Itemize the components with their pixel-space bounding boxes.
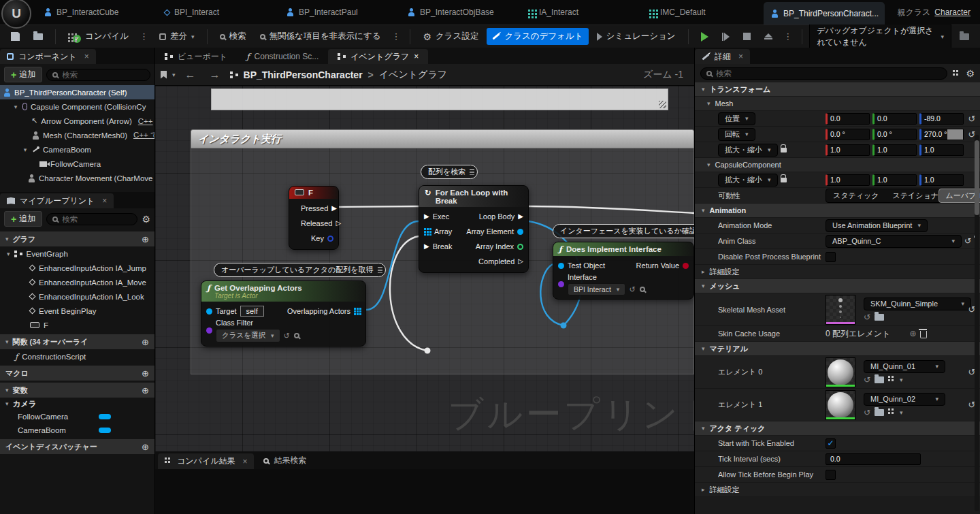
expander-icon[interactable]: ▾ — [702, 86, 705, 93]
output-pin[interactable]: Released▷ — [301, 219, 333, 227]
details-section-header[interactable]: ▾トランスフォーム — [695, 82, 980, 97]
expander-icon[interactable]: ▾ — [12, 103, 19, 110]
z-value-input[interactable]: -89.0 — [919, 113, 964, 125]
material-options-icon[interactable] — [888, 376, 890, 378]
asset-tab-bp-interactcube[interactable]: BP_InteractCube — [37, 0, 158, 25]
graph-tab--[interactable]: ビューポート — [155, 49, 237, 64]
unreal-engine-logo-icon[interactable]: U — [1, 0, 31, 29]
my-blueprint-section[interactable]: ▾関数 (34 オーバーライ⊕ — [0, 334, 154, 349]
details-section-subheader[interactable]: ▾CapsuleComponent — [695, 158, 980, 172]
my-blueprint-section[interactable]: ▾変数⊕ — [0, 383, 154, 398]
play-options-kebab[interactable]: ⋮ — [781, 31, 795, 42]
my-blueprint-item[interactable]: EnhancedInputAction IA_Move — [0, 275, 154, 289]
class-defaults-button[interactable]: クラスのデフォルト — [487, 28, 588, 45]
x-value-input[interactable]: 0.0 — [826, 113, 870, 125]
tab-components[interactable]: コンポーネント × — [0, 49, 96, 64]
cpp-link[interactable]: C++ — [138, 117, 153, 125]
output-pin[interactable]: Pressed▶ — [301, 204, 333, 212]
y-value-input[interactable]: 1.0 — [872, 144, 917, 156]
breadcrumb-root[interactable]: BP_ThirdPersonCharacter — [244, 69, 363, 80]
breadcrumb-leaf[interactable]: イベントグラフ — [379, 69, 447, 81]
expander-icon[interactable]: ▾ — [7, 251, 10, 257]
component-tree-item[interactable]: Character Movement (CharMove — [0, 171, 154, 185]
output-pin[interactable]: Loop Body▶ — [479, 212, 523, 221]
my-blueprint-group[interactable]: ▾カメラ — [0, 398, 154, 410]
axis-dropdown[interactable]: 拡大・縮小▾ — [718, 144, 778, 157]
checkbox[interactable] — [826, 470, 836, 480]
tab-my-blueprint[interactable]: マイブループリント × — [0, 193, 114, 208]
y-value-input[interactable]: 0.0 ° — [872, 129, 917, 140]
y-value-input[interactable]: 1.0 — [872, 174, 917, 186]
my-blueprint-var[interactable]: FollowCamera — [0, 410, 154, 423]
component-tree-item[interactable]: ↖Arrow Component (Arrow)C++ — [0, 114, 154, 128]
x-value-input[interactable]: 0.0 ° — [826, 129, 870, 140]
class-select-dropdown[interactable]: クラスを選択▾ — [216, 329, 280, 342]
expander-icon[interactable]: ▾ — [5, 400, 9, 407]
save-button[interactable] — [5, 29, 25, 44]
tab-compile-results[interactable]: コンパイル結果 × — [158, 453, 254, 469]
node-comment-bubble[interactable]: 配列を検索 — [421, 165, 478, 179]
expander-icon[interactable]: ▾ — [702, 345, 705, 352]
data-pin-icon[interactable] — [206, 308, 212, 315]
expander-icon[interactable]: ▸ — [702, 268, 705, 275]
node-header[interactable]: ƒDoes Implement Interface — [553, 242, 693, 256]
add-icon[interactable]: ⊕ — [142, 385, 149, 396]
use-selected-icon[interactable]: ↺ — [864, 312, 870, 322]
checkbox[interactable] — [826, 252, 836, 262]
component-tree-item[interactable]: Mesh (CharacterMesh0)C++ で — [0, 128, 154, 142]
add-icon[interactable]: ⊕ — [142, 337, 149, 347]
search-icon[interactable] — [640, 287, 645, 292]
comment-node-partial[interactable] — [211, 89, 668, 110]
output-pin[interactable]: Completed▷ — [478, 257, 523, 266]
output-pin[interactable]: Overlapping Actors — [287, 307, 361, 315]
variable-type-pill[interactable] — [99, 428, 111, 433]
expander-icon[interactable]: ▾ — [702, 425, 705, 432]
add-element-icon[interactable]: ⊕ — [909, 329, 916, 338]
node-header[interactable]: ƒGet Overlapping ActorsTarget is Actor — [201, 281, 365, 302]
stop-button[interactable] — [738, 30, 756, 43]
chevron-down-icon[interactable]: ▾ — [900, 376, 903, 383]
graph-tab-event-graph[interactable]: イベントグラフ× — [328, 49, 428, 64]
array-pin-icon[interactable] — [424, 228, 426, 230]
delete-icon[interactable] — [920, 331, 927, 338]
my-blueprint-settings-icon[interactable]: ⚙ — [142, 214, 150, 225]
my-blueprint-item[interactable]: EnhancedInputAction IA_Look — [0, 289, 154, 304]
reset-to-default-icon[interactable]: ↺ — [964, 114, 980, 124]
node-for-each-loop-with-break[interactable]: ↻For Each Loop with Break▶ExecLoop Body▶… — [419, 185, 529, 273]
input-pin[interactable]: InterfaceBPI Interact▾↺ — [558, 273, 645, 295]
details-search[interactable] — [700, 67, 947, 80]
mobility-option[interactable]: ムーバブル — [938, 189, 980, 203]
data-pin-icon[interactable] — [206, 327, 212, 334]
expander-icon[interactable]: ▸ — [702, 486, 705, 493]
expander-icon[interactable]: ▾ — [707, 100, 710, 107]
scrollbar-thumb[interactable] — [975, 140, 979, 215]
my-blueprint-search[interactable] — [46, 213, 137, 225]
node-input-key-f[interactable]: FPressed▶Released▷Key — [289, 186, 339, 250]
my-blueprint-var[interactable]: CameraBoom — [0, 423, 154, 437]
value-dropdown[interactable]: Use Animation Blueprint▾ — [826, 219, 928, 232]
use-selected-icon[interactable]: ↺ — [629, 285, 635, 294]
output-pin[interactable]: Key — [311, 234, 333, 242]
details-section-header[interactable]: ▾メッシュ — [695, 279, 980, 293]
simulation-button[interactable]: シミュレーション — [591, 28, 681, 45]
data-pin-icon[interactable] — [558, 281, 564, 287]
hide-unrelated-kebab[interactable]: ⋮ — [389, 31, 403, 42]
component-tree-item[interactable]: ▾Capsule Component (CollisionCy — [0, 99, 154, 114]
component-tree-item[interactable]: ▾CameraBoom — [0, 142, 154, 157]
input-pin[interactable]: Class Filterクラスを選択▾↺ — [206, 319, 299, 342]
data-pin-icon[interactable] — [517, 229, 523, 235]
details-section-header[interactable]: ▾アクタ ティック — [695, 421, 980, 436]
node-comment-bubble[interactable]: インターフェースを実装しているか確認 — [553, 224, 694, 238]
my-blueprint-item[interactable]: F — [0, 318, 154, 332]
material-options-icon[interactable] — [888, 408, 890, 411]
asset-tab-ia-interact[interactable]: IA_Interact — [521, 0, 642, 25]
graph-canvas[interactable]: インタラクト実行 FPressed▶Released▷Key↻For Each … — [155, 86, 694, 451]
my-blueprint-item[interactable]: ▾EventGraph — [0, 246, 154, 261]
array-pin-icon[interactable] — [354, 308, 356, 310]
mesh-thumbnail[interactable] — [826, 295, 855, 325]
expander-icon[interactable]: ▾ — [22, 146, 29, 153]
eject-button[interactable] — [759, 31, 778, 43]
data-pin-icon[interactable] — [517, 244, 523, 250]
exec-pin-icon[interactable]: ▶ — [424, 213, 429, 220]
z-value-input[interactable]: 1.0 — [919, 174, 964, 186]
